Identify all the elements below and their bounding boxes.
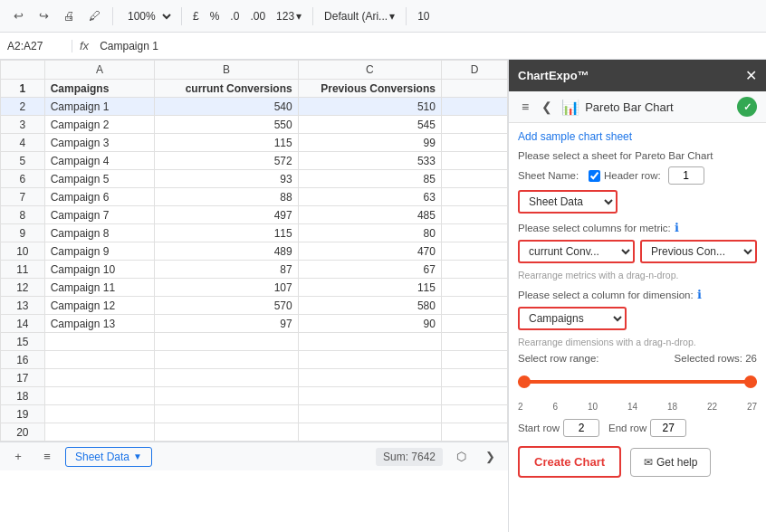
cell-b-12[interactable]: 570 <box>155 297 298 315</box>
explore-button[interactable]: ⬡ <box>450 446 472 468</box>
table-row[interactable]: 12Campaign 11107115 <box>1 279 508 297</box>
table-row[interactable]: 16 <box>1 351 508 369</box>
table-row[interactable]: 13Campaign 12570580 <box>1 297 508 315</box>
cell-d-18[interactable] <box>441 405 507 423</box>
create-chart-button[interactable]: Create Chart <box>518 446 621 478</box>
print-button[interactable]: 🖨 <box>58 5 80 27</box>
cell-c-0[interactable]: Previous Conversions <box>298 80 441 98</box>
cell-a-19[interactable] <box>44 423 155 442</box>
cell-a-6[interactable]: Campaign 6 <box>44 188 155 206</box>
cell-a-17[interactable] <box>44 387 155 405</box>
cell-b-8[interactable]: 115 <box>155 224 298 242</box>
cell-d-14[interactable] <box>441 333 507 351</box>
cell-d-11[interactable] <box>441 279 507 297</box>
cell-a-5[interactable]: Campaign 5 <box>44 170 155 188</box>
table-row[interactable]: 10Campaign 9489470 <box>1 242 508 261</box>
table-row[interactable]: 17 <box>1 369 508 387</box>
cell-a-1[interactable]: Campaign 1 <box>44 98 155 116</box>
cell-c-18[interactable] <box>298 405 441 423</box>
sheet-tab[interactable]: Sheet Data ▼ <box>65 447 152 467</box>
currency-button[interactable]: £ <box>189 8 203 24</box>
cell-d-9[interactable] <box>441 242 507 261</box>
slider-thumb-left[interactable] <box>518 375 531 388</box>
table-row[interactable]: 1Campaignscurrunt ConversionsPrevious Co… <box>1 80 508 98</box>
percent-button[interactable]: % <box>206 8 224 24</box>
font-name-button[interactable]: Default (Ari...▾ <box>321 8 398 24</box>
cell-b-19[interactable] <box>155 423 298 442</box>
cell-b-17[interactable] <box>155 387 298 405</box>
cell-b-0[interactable]: currunt Conversions <box>155 80 298 98</box>
col-a-header[interactable]: A <box>44 61 155 80</box>
cell-d-17[interactable] <box>441 387 507 405</box>
cell-b-5[interactable]: 93 <box>155 170 298 188</box>
font-size-button[interactable]: 10 <box>414 8 433 24</box>
cell-d-8[interactable] <box>441 224 507 242</box>
table-row[interactable]: 9Campaign 811580 <box>1 224 508 242</box>
get-help-button[interactable]: ✉ Get help <box>630 448 711 477</box>
table-row[interactable]: 15 <box>1 333 508 351</box>
cell-c-2[interactable]: 545 <box>298 116 441 134</box>
slider-thumb-right[interactable] <box>744 375 757 388</box>
cell-c-9[interactable]: 470 <box>298 242 441 261</box>
formula-input[interactable] <box>96 40 766 52</box>
cell-a-11[interactable]: Campaign 11 <box>44 279 155 297</box>
nav-menu-button[interactable]: ≡ <box>518 98 532 116</box>
table-row[interactable]: 4Campaign 311599 <box>1 134 508 152</box>
cell-a-8[interactable]: Campaign 8 <box>44 224 155 242</box>
cell-a-14[interactable] <box>44 333 155 351</box>
cell-c-7[interactable]: 485 <box>298 206 441 224</box>
cell-d-16[interactable] <box>441 369 507 387</box>
paint-format-button[interactable]: 🖊 <box>83 5 105 27</box>
redo-button[interactable]: ↪ <box>33 5 54 27</box>
cell-d-4[interactable] <box>441 152 507 170</box>
cell-c-15[interactable] <box>298 351 441 369</box>
end-row-input[interactable] <box>650 419 686 437</box>
cell-a-3[interactable]: Campaign 3 <box>44 134 155 152</box>
table-row[interactable]: 5Campaign 4572533 <box>1 152 508 170</box>
cell-c-16[interactable] <box>298 369 441 387</box>
cell-a-0[interactable]: Campaigns <box>44 80 155 98</box>
cell-d-12[interactable] <box>441 297 507 315</box>
cell-a-7[interactable]: Campaign 7 <box>44 206 155 224</box>
sheet-select[interactable]: Sheet Data <box>518 190 618 214</box>
cell-c-19[interactable] <box>298 423 441 442</box>
metric-select-1[interactable]: currunt Conv... <box>518 240 635 263</box>
header-row-checkbox[interactable] <box>589 170 600 182</box>
cell-b-4[interactable]: 572 <box>155 152 298 170</box>
undo-button[interactable]: ↩ <box>7 5 29 27</box>
cell-d-5[interactable] <box>441 170 507 188</box>
col-c-header[interactable]: C <box>298 61 441 80</box>
cell-d-13[interactable] <box>441 315 507 333</box>
cell-b-13[interactable]: 97 <box>155 315 298 333</box>
cell-a-18[interactable] <box>44 405 155 423</box>
cell-d-3[interactable] <box>441 134 507 152</box>
cell-c-14[interactable] <box>298 333 441 351</box>
cell-b-9[interactable]: 489 <box>155 242 298 261</box>
table-row[interactable]: 8Campaign 7497485 <box>1 206 508 224</box>
add-sample-link[interactable]: Add sample chart sheet <box>518 130 757 143</box>
cell-a-16[interactable] <box>44 369 155 387</box>
table-row[interactable]: 20 <box>1 423 508 442</box>
cell-reference[interactable]: A2:A27 <box>0 40 72 52</box>
cell-c-12[interactable]: 580 <box>298 297 441 315</box>
cell-b-16[interactable] <box>155 369 298 387</box>
nav-back-button[interactable]: ❮ <box>538 98 556 116</box>
cell-d-1[interactable] <box>441 98 507 116</box>
cell-d-19[interactable] <box>441 423 507 442</box>
sheets-expand-button[interactable]: ❯ <box>479 446 501 468</box>
cell-b-1[interactable]: 540 <box>155 98 298 116</box>
table-row[interactable]: 3Campaign 2550545 <box>1 116 508 134</box>
cell-c-4[interactable]: 533 <box>298 152 441 170</box>
cell-a-4[interactable]: Campaign 4 <box>44 152 155 170</box>
col-d-header[interactable]: D <box>441 61 507 80</box>
table-row[interactable]: 11Campaign 108767 <box>1 261 508 279</box>
cell-c-8[interactable]: 80 <box>298 224 441 242</box>
zoom-select[interactable]: 100% <box>120 7 174 25</box>
cell-d-6[interactable] <box>441 188 507 206</box>
panel-close-button[interactable]: ✕ <box>745 67 757 84</box>
metric-select-2[interactable]: Previous Con... <box>640 240 757 263</box>
cell-b-11[interactable]: 107 <box>155 279 298 297</box>
cell-b-15[interactable] <box>155 351 298 369</box>
dimension-select[interactable]: Campaigns <box>518 307 627 330</box>
cell-c-13[interactable]: 90 <box>298 315 441 333</box>
